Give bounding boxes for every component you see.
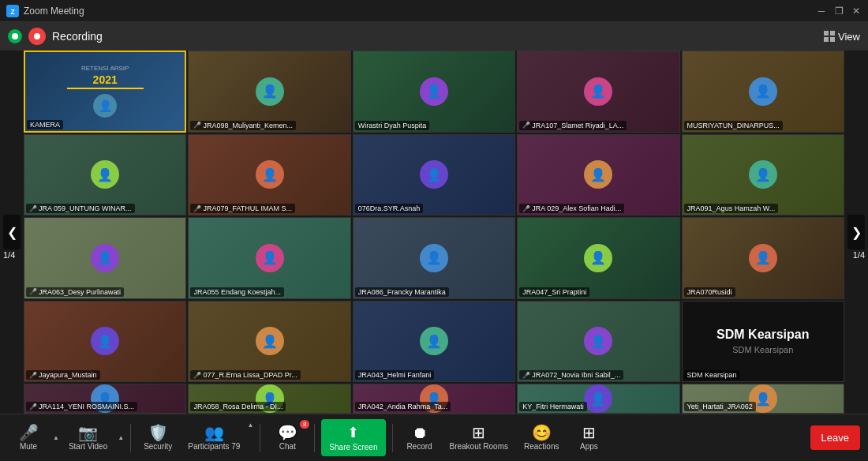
video-cell: 👤 JRA058_Rosa Delima - DI... — [188, 384, 350, 414]
muted-icon: 🎤 — [29, 288, 37, 295]
next-page-button[interactable]: ❯ — [847, 215, 865, 249]
breakout-icon: ⊞ — [472, 425, 485, 440]
participant-name: JRA042_Andia Rahma_Ta... — [355, 402, 451, 411]
video-cell: 👤 Wirastri Dyah Puspita — [353, 51, 515, 133]
participant-name: 076Dra.SYR.Asnah — [355, 204, 424, 213]
svg-rect-2 — [824, 31, 829, 36]
participant-name: SDM Kearsipan — [684, 370, 740, 380]
participant-name: JRA086_Francky Marantika — [355, 287, 449, 297]
video-cell: SDM Kearsipan SDM Kearsipan SDM Kearsipa… — [682, 301, 844, 383]
minimize-button[interactable]: ─ — [816, 6, 827, 17]
mute-label: Mute — [20, 442, 37, 451]
zoom-icon: Z — [6, 5, 19, 17]
svg-text:Z: Z — [10, 8, 15, 16]
muted-icon: 🎤 — [522, 205, 530, 212]
participant-name: 🎤JRA072_Novia Ibni Sabil_... — [519, 370, 623, 380]
breakout-rooms-label: Breakout Rooms — [450, 442, 508, 451]
participant-name: MUSRIYATUN_DINARPUS... — [684, 121, 783, 130]
video-cell: 👤 KY_Fitri Hermawati — [517, 384, 679, 414]
svg-rect-5 — [830, 37, 835, 42]
svg-rect-4 — [824, 37, 829, 42]
video-cell: 👤 JRA091_Agus Hamzah W... — [682, 134, 844, 216]
video-cell: 👤 🎤JRA098_Muliyanti_Kemen... — [188, 51, 350, 133]
record-button[interactable]: ⏺ Record — [399, 422, 440, 454]
participant-name: JRA070Rusidi — [684, 287, 735, 297]
muted-icon: 🎤 — [193, 205, 201, 212]
video-caret[interactable]: ▲ — [118, 434, 124, 441]
chat-button[interactable]: 💬 8 Chat — [267, 422, 308, 454]
muted-icon: 🎤 — [193, 372, 201, 379]
divider-2 — [260, 424, 260, 452]
breakout-rooms-button[interactable]: ⊞ Breakout Rooms — [443, 422, 514, 454]
view-label: View — [838, 31, 860, 43]
share-screen-label: Share Screen — [329, 443, 377, 452]
chat-icon: 💬 — [278, 425, 297, 440]
participant-name: Wirastri Dyah Puspita — [355, 121, 430, 130]
sdm-subtitle: SDM Kearsipan — [732, 345, 793, 354]
divider-3 — [314, 424, 315, 452]
participants-button[interactable]: 👥 Participants 79 — [181, 422, 246, 454]
muted-icon: 🎤 — [522, 122, 530, 129]
video-cell: 👤 🎤JRA114_YENI ROSMAINI.S... — [24, 384, 186, 414]
participant-name: JRA091_Agus Hamzah W... — [684, 204, 779, 213]
participant-name: 🎤JRA 029_Alex Sofian Hadi... — [519, 204, 624, 213]
muted-icon: 🎤 — [522, 372, 530, 379]
close-button[interactable]: ✕ — [851, 6, 862, 17]
video-cell: 👤 JRA042_Andia Rahma_Ta... — [353, 384, 515, 414]
maximize-button[interactable]: ❐ — [833, 6, 844, 17]
muted-icon: 🎤 — [29, 372, 37, 379]
muted-icon: 🎤 — [29, 403, 37, 410]
video-cell: 👤 🎤JRA072_Novia Ibni Sabil_... — [517, 301, 679, 383]
record-label: Record — [406, 442, 432, 451]
participant-name: 🎤JRA 059_UNTUNG WINAR... — [26, 204, 135, 213]
share-screen-button[interactable]: ⬆ Share Screen — [321, 419, 385, 456]
recording-dot-green — [8, 29, 22, 43]
toolbar: 🎤 Mute ▲ 📷 Start Video ▲ 🛡️ Security 👥 P… — [0, 414, 868, 461]
video-cell: RETENSI ARSIP 2021 👤 KAMERA — [24, 51, 186, 133]
video-cell: 👤 MUSRIYATUN_DINARPUS... — [682, 51, 844, 133]
participant-name: JRA047_Sri Praptini — [519, 287, 589, 297]
chat-button-wrap: 💬 8 Chat — [267, 422, 308, 454]
participant-name: 🎤JRA079_FATHUL IMAM S... — [190, 204, 295, 213]
divider-4 — [392, 424, 393, 452]
start-video-button[interactable]: 📷 Start Video — [62, 422, 114, 454]
participant-name: 🎤JRA098_Muliyanti_Kemen... — [190, 121, 296, 130]
apps-button[interactable]: ⊞ Apps — [568, 422, 609, 454]
title-text: Zoom Meeting — [24, 6, 84, 17]
participant-name: 🎤JRA107_Slamet Riyadi_LA... — [519, 121, 627, 130]
chat-badge: 8 — [300, 420, 309, 429]
reactions-label: Reactions — [524, 442, 559, 451]
prev-page-button[interactable]: ❮ — [3, 215, 21, 249]
security-button[interactable]: 🛡️ Security — [137, 422, 178, 454]
chat-label: Chat — [279, 442, 296, 451]
participant-name: Yeti_Hartati_JRA062 — [684, 402, 756, 411]
apps-icon: ⊞ — [582, 425, 596, 440]
apps-label: Apps — [580, 442, 598, 451]
recording-label: Recording — [52, 30, 103, 43]
leave-button[interactable]: Leave — [810, 425, 860, 450]
video-cell: 👤 🎤077_R.Erna Lissa_DPAD Pr... — [188, 301, 350, 383]
svg-rect-3 — [830, 31, 835, 36]
record-icon: ⏺ — [412, 425, 428, 440]
view-button[interactable]: View — [824, 31, 860, 43]
reactions-button[interactable]: 😊 Reactions — [518, 422, 565, 454]
mute-button[interactable]: 🎤 Mute — [8, 422, 49, 454]
video-cell: 👤 🎤JRA079_FATHUL IMAM S... — [188, 134, 350, 216]
video-area: ❮ 1/4 RETENSI ARSIP 2021 👤 KAMERA 👤 🎤JRA… — [0, 51, 868, 414]
video-cell: 👤 🎤JRA 029_Alex Sofian Hadi... — [517, 134, 679, 216]
mute-icon: 🎤 — [19, 425, 39, 440]
video-cell: 👤 🎤JRA 059_UNTUNG WINAR... — [24, 134, 186, 216]
start-video-label: Start Video — [69, 442, 107, 451]
participants-caret[interactable]: ▲ — [247, 422, 253, 454]
mute-caret[interactable]: ▲ — [53, 434, 59, 441]
share-screen-icon: ⬆ — [347, 424, 359, 441]
video-cell: 👤 🎤JRA063_Desy Purlinawati — [24, 217, 186, 299]
participants-button-wrap: 👥 Participants 79 ▲ — [181, 422, 253, 454]
participant-name: 🎤JRA063_Desy Purlinawati — [26, 287, 124, 297]
video-cell: 👤 Yeti_Hartati_JRA062 — [682, 384, 844, 414]
muted-icon: 🎤 — [29, 205, 37, 212]
sdm-title: SDM Kearsipan — [716, 328, 809, 342]
video-cell: 👤 JRA086_Francky Marantika — [353, 217, 515, 299]
recording-bar: Recording View — [0, 22, 868, 51]
participant-name: 🎤077_R.Erna Lissa_DPAD Pr... — [190, 370, 300, 380]
